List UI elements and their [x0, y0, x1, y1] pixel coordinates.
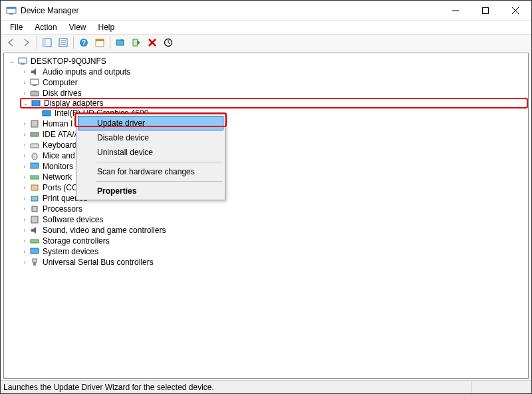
svg-rect-29: [31, 120, 38, 127]
system-icon: [29, 246, 40, 257]
expander-icon[interactable]: ›: [20, 140, 29, 150]
sound-icon: [29, 225, 40, 236]
svg-rect-1: [7, 7, 16, 9]
tree-item-disk[interactable]: Disk drives: [43, 89, 82, 98]
svg-text:?: ?: [82, 39, 86, 47]
menu-separator: [96, 181, 223, 182]
uninstall-icon[interactable]: [129, 35, 144, 50]
tree-item-system[interactable]: System devices: [43, 247, 98, 256]
expander-icon[interactable]: ›: [20, 129, 29, 140]
expander-icon[interactable]: ›: [20, 246, 29, 257]
tree-item-hid[interactable]: Human I: [43, 119, 72, 128]
titlebar: Device Manager: [1, 1, 531, 21]
tree-item-processors[interactable]: Processors: [43, 204, 82, 214]
maximize-button[interactable]: [470, 1, 500, 20]
help-icon[interactable]: ?: [76, 35, 91, 50]
svg-rect-2: [9, 13, 13, 15]
expander-icon[interactable]: ⌄: [21, 98, 31, 108]
context-properties[interactable]: Properties: [78, 184, 223, 198]
menubar: File Action View Help: [1, 21, 531, 34]
tree-item-mice[interactable]: Mice and: [43, 151, 75, 160]
tree-item-monitors[interactable]: Monitors: [43, 162, 73, 171]
svg-rect-31: [31, 144, 39, 148]
expander-icon[interactable]: ›: [20, 77, 29, 88]
expander-icon[interactable]: ›: [20, 204, 29, 214]
scan-icon[interactable]: [161, 35, 176, 50]
computer-icon: [29, 77, 40, 88]
svg-rect-40: [31, 248, 39, 254]
show-hide-tree-icon[interactable]: [40, 35, 55, 50]
svg-rect-42: [33, 262, 36, 266]
expander-icon[interactable]: ›: [20, 225, 29, 236]
tree-item-storage[interactable]: Storage controllers: [43, 236, 110, 246]
svg-rect-37: [32, 206, 37, 212]
menu-action[interactable]: Action: [29, 22, 62, 33]
disk-icon: [29, 88, 40, 98]
update-driver-icon[interactable]: [113, 35, 128, 50]
tree-item-sound[interactable]: Sound, video and game controllers: [43, 226, 166, 235]
expander-icon[interactable]: ›: [20, 88, 29, 98]
tree-item-display-adapters[interactable]: Display adapters: [44, 98, 103, 108]
tree-item-ports[interactable]: Ports (CO: [43, 183, 78, 192]
svg-rect-8: [43, 39, 46, 47]
expander-icon[interactable]: ›: [20, 172, 29, 182]
tree-item-ide[interactable]: IDE ATA/A: [43, 130, 80, 139]
expander-icon[interactable]: ›: [20, 182, 29, 193]
context-scan-hardware[interactable]: Scan for hardware changes: [78, 164, 223, 179]
forward-button[interactable]: [19, 35, 34, 50]
software-icon: [29, 214, 40, 225]
tree-item-keyboards[interactable]: Keyboard: [43, 140, 76, 150]
svg-rect-16: [96, 39, 104, 41]
hid-icon: [29, 118, 40, 129]
display-adapter-icon: [31, 98, 41, 108]
expander-icon[interactable]: ›: [20, 193, 29, 204]
expander-icon[interactable]: ›: [20, 214, 29, 225]
expander-icon[interactable]: ›: [20, 118, 29, 129]
properties-icon[interactable]: [56, 35, 70, 50]
context-update-driver[interactable]: Update driver: [78, 116, 223, 130]
expander-icon[interactable]: ⌄: [8, 56, 17, 67]
menu-file[interactable]: File: [5, 22, 28, 33]
svg-rect-33: [31, 163, 39, 168]
expander-icon[interactable]: ›: [20, 257, 29, 268]
calendar-icon[interactable]: [92, 35, 107, 50]
mouse-icon: [29, 150, 40, 161]
svg-rect-24: [31, 79, 39, 85]
app-icon: [6, 5, 17, 16]
expander-icon[interactable]: ›: [20, 236, 29, 246]
expander-icon[interactable]: ›: [20, 67, 29, 77]
computer-icon: [17, 56, 28, 67]
back-button[interactable]: [3, 35, 18, 50]
svg-rect-4: [482, 7, 488, 13]
network-icon: [29, 172, 40, 182]
svg-rect-25: [33, 85, 37, 86]
expander-icon[interactable]: ›: [20, 161, 29, 172]
context-uninstall-device[interactable]: Uninstall device: [78, 145, 223, 160]
svg-rect-35: [31, 185, 38, 190]
tree-item-computer[interactable]: Computer: [43, 78, 78, 87]
monitor-icon: [29, 161, 40, 172]
toolbar-separator: [73, 37, 74, 49]
root-node[interactable]: DESKTOP-9Q0JNFS: [31, 57, 106, 66]
svg-rect-36: [31, 196, 38, 201]
highlighted-category: ⌄ Display adapters: [20, 98, 528, 108]
toolbar: ?: [1, 34, 531, 51]
svg-rect-26: [31, 91, 39, 96]
menu-help[interactable]: Help: [93, 22, 120, 33]
svg-rect-34: [31, 176, 39, 179]
minimize-button[interactable]: [440, 1, 470, 20]
context-disable-device[interactable]: Disable device: [78, 130, 223, 145]
ide-icon: [29, 129, 40, 140]
window-title: Device Manager: [21, 6, 440, 15]
tree-item-network[interactable]: Network: [43, 172, 72, 182]
disable-icon[interactable]: [145, 35, 160, 50]
device-tree[interactable]: ⌄ DESKTOP-9Q0JNFS ›Audio inputs and outp…: [3, 53, 529, 379]
tree-item-audio[interactable]: Audio inputs and outputs: [43, 67, 130, 77]
expander-icon[interactable]: ›: [20, 150, 29, 161]
svg-rect-30: [31, 132, 39, 136]
close-button[interactable]: [500, 1, 530, 20]
audio-icon: [29, 67, 40, 77]
tree-item-usb[interactable]: Universal Serial Bus controllers: [43, 258, 154, 267]
tree-item-software[interactable]: Software devices: [43, 215, 103, 224]
menu-view[interactable]: View: [64, 22, 92, 33]
